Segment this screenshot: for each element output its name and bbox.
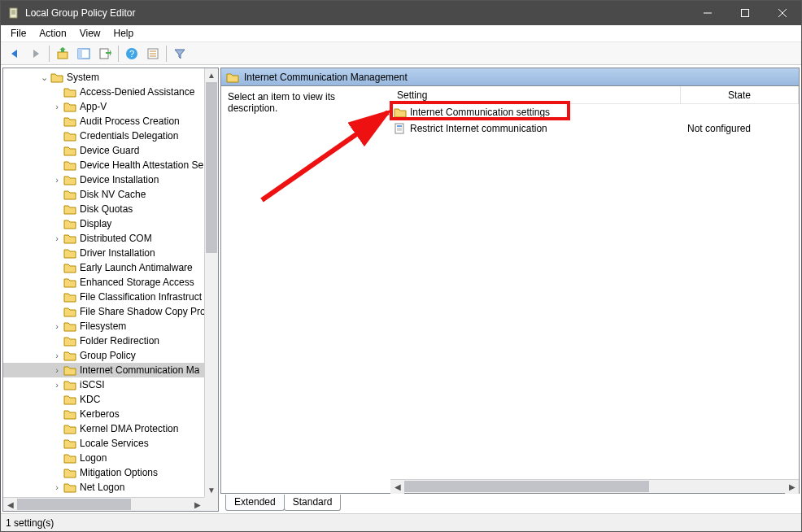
status-text: 1 setting(s) <box>6 517 62 529</box>
scroll-corner <box>204 497 218 511</box>
tree-item[interactable]: ›iSCSI <box>3 377 218 392</box>
tree-item[interactable]: Credentials Delegation <box>3 129 218 143</box>
tree-item[interactable]: Audit Process Creation <box>3 114 218 129</box>
folder-icon <box>63 467 76 478</box>
tree-item[interactable]: Disk Quotas <box>3 202 218 216</box>
tree-item[interactable]: Device Health Attestation Se <box>3 158 218 172</box>
folder-icon <box>63 116 76 127</box>
tree-item-label: KDC <box>80 392 100 407</box>
scroll-left-button[interactable]: ◀ <box>390 480 404 494</box>
folder-icon <box>63 262 76 273</box>
window: Local Group Policy Editor File Action Vi… <box>0 0 802 532</box>
chevron-right-icon[interactable]: › <box>50 320 63 333</box>
svg-rect-19 <box>397 125 402 127</box>
tree-horizontal-scrollbar[interactable]: ◀ ▶ <box>3 497 204 511</box>
tree-item[interactable]: ›Device Installation <box>3 172 218 187</box>
tree-item[interactable]: KDC <box>3 392 218 407</box>
minimize-button[interactable] <box>689 1 726 25</box>
tree-item-label: Folder Redirection <box>80 334 159 348</box>
folder-icon <box>63 379 76 390</box>
tree-item-label: Early Launch Antimalware <box>80 260 193 275</box>
menu-view[interactable]: View <box>73 26 107 41</box>
back-button[interactable] <box>5 44 24 63</box>
chevron-right-icon[interactable]: › <box>50 378 63 391</box>
forward-button[interactable] <box>26 44 46 63</box>
tree-item[interactable]: Locale Services <box>3 436 218 451</box>
chevron-right-icon[interactable]: › <box>50 232 63 245</box>
chevron-right-icon[interactable]: › <box>50 349 63 362</box>
tree-item-label: Kerberos <box>80 407 120 421</box>
tree-item[interactable]: Display <box>3 216 218 231</box>
help-button[interactable]: ? <box>122 44 142 63</box>
tree-item-label: Device Guard <box>80 143 139 158</box>
scroll-thumb[interactable] <box>206 82 217 253</box>
tree-vertical-scrollbar[interactable]: ▲ ▼ <box>204 68 218 497</box>
scroll-thumb[interactable] <box>404 481 649 492</box>
filter-button[interactable] <box>170 44 190 63</box>
scroll-right-button[interactable]: ▶ <box>785 480 799 494</box>
chevron-right-icon[interactable]: › <box>50 173 63 186</box>
tree-item[interactable]: ›Distributed COM <box>3 231 218 246</box>
tree-scroll: ⌄SystemAccess-Denied Assistance›App-VAud… <box>3 68 218 511</box>
scroll-thumb[interactable] <box>17 499 131 510</box>
window-controls <box>689 1 801 25</box>
tree-item[interactable]: Kerberos <box>3 407 218 421</box>
chevron-down-icon[interactable]: ⌄ <box>37 71 50 84</box>
close-button[interactable] <box>764 1 801 25</box>
tree-item[interactable]: File Share Shadow Copy Pro <box>3 304 218 319</box>
folder-icon <box>226 72 239 83</box>
tree-item-label: Distributed COM <box>80 231 152 246</box>
scroll-down-button[interactable]: ▼ <box>205 483 218 497</box>
app-icon <box>7 7 20 20</box>
tree-item[interactable]: Access-Denied Assistance <box>3 85 218 99</box>
scroll-left-button[interactable]: ◀ <box>3 498 17 511</box>
tree-item[interactable]: Enhanced Storage Access <box>3 275 218 290</box>
tree-item-label: Audit Process Creation <box>80 114 180 129</box>
tree-item-label: iSCSI <box>80 377 105 392</box>
tree[interactable]: ⌄SystemAccess-Denied Assistance›App-VAud… <box>3 68 218 496</box>
column-header-setting[interactable]: Setting <box>390 86 681 103</box>
tree-item[interactable]: ›App-V <box>3 99 218 114</box>
tree-item[interactable]: Folder Redirection <box>3 334 218 348</box>
tree-item-label: Enhanced Storage Access <box>80 275 194 290</box>
tree-item[interactable]: Driver Installation <box>3 246 218 260</box>
tree-item[interactable]: Mitigation Options <box>3 465 218 480</box>
description-prompt: Select an item to view its description. <box>228 91 335 114</box>
list-row[interactable]: Restrict Internet communicationNot confi… <box>390 120 799 137</box>
list-horizontal-scrollbar[interactable]: ◀ ▶ <box>390 479 799 493</box>
export-list-button[interactable] <box>95 44 115 63</box>
details-header: Internet Communication Management <box>221 68 799 86</box>
up-button[interactable] <box>53 44 72 63</box>
list-row[interactable]: Internet Communication settings <box>390 104 799 120</box>
show-hide-tree-button[interactable] <box>74 44 94 63</box>
folder-icon <box>63 174 76 185</box>
toolbar-separator <box>118 46 119 62</box>
menu-action[interactable]: Action <box>33 26 72 41</box>
folder-icon <box>63 350 76 361</box>
tab-standard[interactable]: Standard <box>284 495 342 511</box>
properties-button[interactable] <box>143 44 163 63</box>
folder-icon <box>63 438 76 449</box>
menu-help[interactable]: Help <box>107 26 141 41</box>
tab-extended[interactable]: Extended <box>225 495 285 511</box>
tree-item[interactable]: Logon <box>3 451 218 465</box>
tree-item-system[interactable]: ⌄System <box>3 70 218 85</box>
chevron-right-icon[interactable]: › <box>50 100 63 113</box>
tree-item[interactable]: Disk NV Cache <box>3 187 218 202</box>
scroll-right-button[interactable]: ▶ <box>190 498 204 511</box>
tree-item[interactable]: Early Launch Antimalware <box>3 260 218 275</box>
column-header-state[interactable]: State <box>681 86 799 103</box>
tree-item[interactable]: ›Filesystem <box>3 319 218 334</box>
tree-item[interactable]: ›Internet Communication Ma <box>3 363 218 377</box>
tree-item[interactable]: Kernel DMA Protection <box>3 421 218 436</box>
maximize-button[interactable] <box>726 1 764 25</box>
chevron-right-icon[interactable]: › <box>50 364 63 377</box>
menu-file[interactable]: File <box>4 26 33 41</box>
tree-item[interactable]: File Classification Infrastruct <box>3 290 218 304</box>
tree-item[interactable]: Device Guard <box>3 143 218 158</box>
scroll-up-button[interactable]: ▲ <box>205 68 218 82</box>
chevron-right-icon[interactable]: › <box>50 481 63 494</box>
tree-item[interactable]: ›Net Logon <box>3 480 218 495</box>
tree-item[interactable]: ›Group Policy <box>3 348 218 363</box>
tree-item-label: Disk Quotas <box>80 202 133 216</box>
